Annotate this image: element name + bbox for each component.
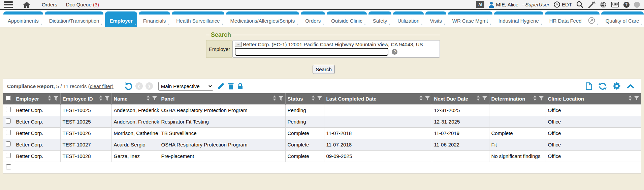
orders-link[interactable]: Orders [42,2,57,7]
tab-financials[interactable]: Financials [139,11,170,27]
filter-icon[interactable] [152,96,157,102]
tab-industrial-hygiene[interactable]: Industrial Hygiene [494,11,543,27]
report-toolbar: Compliance Report, 5 / 11 records (clear… [3,79,641,93]
help-icon[interactable]: ? [623,2,630,8]
col-next-due-date[interactable]: Next Due Date [432,93,489,104]
sort-icon[interactable] [99,96,102,102]
sort-icon[interactable] [48,96,51,102]
row-checkbox[interactable] [6,153,11,158]
tab-hr-data-feed[interactable]: HR Data Feed [545,11,600,27]
filter-icon[interactable] [425,96,430,102]
filter-icon[interactable] [54,96,58,102]
cell-next-due: 12-31-2025 [432,116,489,127]
field-help-icon[interactable]: ? [392,49,397,55]
sort-icon[interactable] [533,96,537,102]
row-checkbox[interactable] [6,107,11,112]
filter-icon[interactable] [279,96,283,102]
user-menu[interactable]: MIE, Alice - SuperUser [489,2,549,8]
ai-badge[interactable]: AI [476,1,484,8]
delete-trash-icon[interactable] [228,83,234,89]
doc-queue-count: (3) [93,2,99,7]
cell-employee-id: TEST-10027 [60,139,111,150]
sort-icon[interactable] [629,96,632,102]
col-name[interactable]: Name [111,93,159,104]
select-all-checkbox[interactable] [6,96,11,101]
row-checkbox[interactable] [6,141,11,146]
col-clinic-location[interactable]: Clinic Location [546,93,641,104]
filter-icon[interactable] [539,96,544,102]
table-row[interactable]: Better Corp. TEST-10026 Morrison, Cather… [3,127,641,139]
tab-visits[interactable]: Visits [425,11,446,27]
cell-last-completed [324,116,432,127]
perspective-select[interactable]: Main Perspective [158,82,213,91]
filter-icon[interactable] [634,96,639,102]
cell-panel: OSHA Respiratory Protection Program [159,104,285,116]
table-row[interactable]: Better Corp. TEST-10025 Anderson, Freder… [3,104,641,116]
tab-safety[interactable]: Safety [368,11,392,27]
sort-icon[interactable] [312,96,315,102]
tab-utilization[interactable]: Utilization [393,11,424,27]
cell-status: Pending [285,116,324,127]
cell-determination: No significant findings [489,150,546,162]
col-employee-id[interactable]: Employee ID [60,93,111,104]
search-legend: Search [210,31,232,38]
cell-status: Complete [285,127,324,139]
next-page-icon[interactable]: ❯ [146,82,153,90]
home-icon[interactable] [23,1,30,8]
magic-wand-icon[interactable] [588,1,595,8]
hamburger-menu-icon[interactable] [4,1,13,8]
new-row-checkbox[interactable] [6,164,11,169]
row-checkbox[interactable] [6,118,11,124]
undo-icon[interactable] [124,82,133,90]
cell-last-completed: 11-07-2018 [324,127,432,139]
tab-wr-case-mgmt[interactable]: WR Case Mgmt [448,11,492,27]
cell-determination: Complete [489,127,546,139]
col-panel[interactable]: Panel [159,93,285,104]
tab-employer[interactable]: Employer [105,11,137,27]
globe-icon[interactable] [600,1,607,8]
filter-icon[interactable] [105,96,109,102]
table-row[interactable]: Better Corp. TEST-10027 Acardi, Sergio O… [3,139,641,150]
sort-icon[interactable] [273,96,276,102]
doc-queue-link[interactable]: Doc Queue (3) [66,2,99,7]
table-row[interactable]: Better Corp. TEST-10028 Garza, Inez Pre-… [3,150,641,162]
tab-health-surveillance[interactable]: Health Surveillance [172,11,224,27]
filter-icon[interactable] [317,96,322,102]
table-row[interactable]: Better Corp. TEST-10025 Anderson, Freder… [3,116,641,127]
external-link-icon[interactable] [588,17,595,25]
search-icon[interactable] [576,1,583,8]
tab-medications-allergies-scripts[interactable]: Medications/Allergies/Scripts [226,11,299,27]
tab-dictation-transcription[interactable]: Dictation/Transcription [45,11,104,27]
employer-search-input[interactable] [235,48,388,56]
col-determination[interactable]: Determination [489,93,546,104]
prev-page-icon[interactable]: ❮ [135,82,143,90]
settings-gear-icon[interactable] [613,82,620,90]
timezone-indicator[interactable]: EDT [554,1,572,8]
search-button[interactable]: Search [313,65,335,74]
lock-icon[interactable] [237,83,243,89]
col-last-completed-date[interactable]: Last Completed Date [324,93,432,104]
collapse-chevron-icon[interactable] [627,84,634,88]
col-employer[interactable]: Employer [14,93,60,104]
user-role: - SuperUser [522,2,549,7]
tab-outside-clinic[interactable]: Outside Clinic [327,11,367,27]
filter-icon[interactable] [482,96,487,102]
keyboard-icon[interactable] [611,2,619,7]
refresh-icon[interactable] [599,82,607,90]
tab-orders[interactable]: Orders [301,11,325,27]
document-icon[interactable] [586,82,592,90]
tab-appointments[interactable]: Appointments [3,11,43,27]
record-count: 5 / 11 records [56,83,87,89]
app-window: Orders Doc Queue (3) AI MIE, Alice - Sup… [0,0,644,190]
edit-pencil-icon[interactable] [217,83,224,90]
row-checkbox[interactable] [6,130,11,135]
clear-filter-link[interactable]: (clear filter) [88,83,114,89]
remove-selection-button[interactable]: − [235,42,242,47]
cell-status: Pending [285,104,324,116]
user-name: MIE, Alice [496,2,518,7]
col-status[interactable]: Status [285,93,324,104]
sort-icon[interactable] [477,96,480,102]
sort-icon[interactable] [147,96,150,102]
sort-icon[interactable] [419,96,423,102]
tab-quality-of-care[interactable]: Quality of Care [601,11,644,27]
